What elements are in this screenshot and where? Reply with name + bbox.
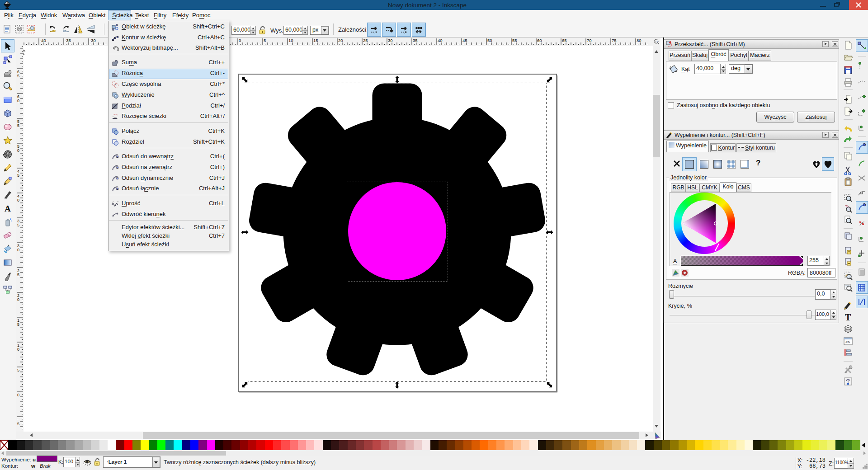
svg-text:0: 0 xyxy=(17,99,19,103)
svg-text:1:1: 1:1 xyxy=(655,40,658,43)
svg-text:5: 5 xyxy=(17,322,19,327)
svg-text:0: 0 xyxy=(17,148,19,153)
svg-text:40: 40 xyxy=(438,38,443,43)
svg-text:<>: <> xyxy=(845,340,850,344)
svg-text:15: 15 xyxy=(313,38,318,43)
svg-text:0: 0 xyxy=(17,248,19,252)
svg-text:10: 10 xyxy=(288,38,293,43)
svg-text:5: 5 xyxy=(17,368,19,372)
svg-text:30: 30 xyxy=(388,38,393,43)
svg-text:5: 5 xyxy=(17,173,19,178)
svg-text:20: 20 xyxy=(338,38,343,43)
svg-text:70: 70 xyxy=(587,38,592,43)
svg-text:A: A xyxy=(5,204,11,213)
svg-text:75: 75 xyxy=(612,38,617,43)
svg-text:0: 0 xyxy=(17,198,19,202)
svg-text:35: 35 xyxy=(413,38,418,43)
svg-text:T: T xyxy=(845,313,851,322)
svg-text:5: 5 xyxy=(17,74,19,78)
svg-text:5: 5 xyxy=(17,422,19,426)
svg-text:-30: -30 xyxy=(90,38,96,43)
svg-text:80: 80 xyxy=(637,38,642,43)
svg-text:5: 5 xyxy=(17,223,19,227)
svg-text:5: 5 xyxy=(17,273,19,277)
svg-text:50: 50 xyxy=(487,38,492,43)
svg-text:0: 0 xyxy=(17,393,19,397)
svg-text:-35: -35 xyxy=(65,38,71,43)
svg-text:0: 0 xyxy=(17,297,19,302)
svg-text:5: 5 xyxy=(17,123,19,128)
svg-text:25: 25 xyxy=(363,38,368,43)
svg-text:-40: -40 xyxy=(40,38,46,43)
svg-text:45: 45 xyxy=(462,38,467,43)
svg-text:0: 0 xyxy=(17,347,19,352)
svg-text:0: 0 xyxy=(239,38,241,43)
svg-text:65: 65 xyxy=(562,38,567,43)
svg-text:5: 5 xyxy=(264,38,266,43)
svg-text:55: 55 xyxy=(512,38,517,43)
svg-text:60: 60 xyxy=(537,38,542,43)
